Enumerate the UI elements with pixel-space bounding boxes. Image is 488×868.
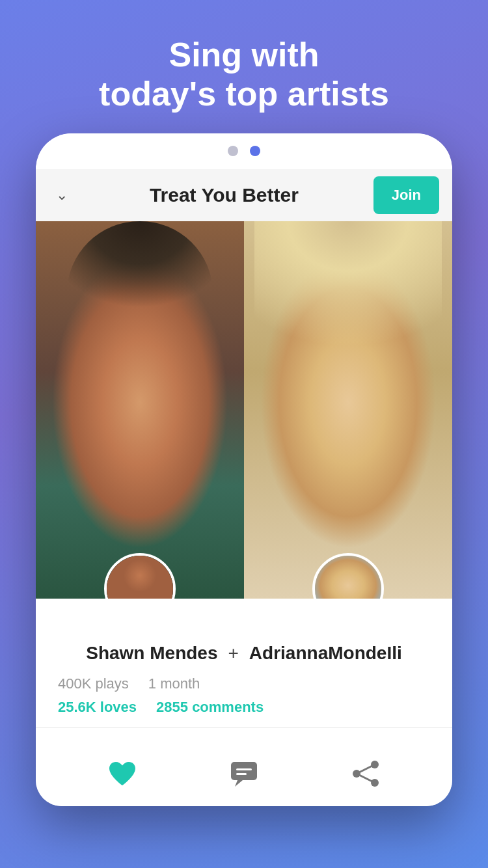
- right-avatar-image: [315, 556, 381, 599]
- left-avatar: [104, 553, 176, 599]
- right-video: [244, 221, 452, 599]
- bottom-nav: [36, 741, 452, 806]
- carousel-dot-1[interactable]: [228, 146, 238, 156]
- header-line2: today's top artists: [99, 75, 389, 113]
- carousel-dot-2[interactable]: [250, 146, 260, 156]
- divider: [36, 727, 452, 728]
- left-avatar-image: [107, 556, 173, 599]
- chevron-down-button[interactable]: ⌄: [49, 182, 75, 208]
- phone-wrapper: ⌄ Treat You Better Join: [0, 133, 488, 806]
- svg-marker-1: [235, 780, 243, 787]
- info-section: Shawn Mendes + AdriannaMondeIli 400K pla…: [36, 599, 452, 741]
- comments-button[interactable]: [221, 751, 267, 796]
- svg-rect-2: [236, 768, 252, 770]
- svg-rect-0: [231, 762, 257, 780]
- plus-separator: +: [228, 643, 239, 664]
- stats-row: 400K plays 1 month: [55, 675, 433, 692]
- header-line1: Sing with: [169, 36, 319, 74]
- time-stat: 1 month: [148, 675, 200, 692]
- phone-top: [36, 133, 452, 169]
- svg-line-8: [357, 774, 375, 783]
- right-avatar: [312, 553, 384, 599]
- comments-count[interactable]: 2855 comments: [156, 699, 264, 716]
- love-button[interactable]: [100, 751, 145, 796]
- artists-names-row: Shawn Mendes + AdriannaMondeIli: [55, 643, 433, 664]
- phone-mockup: ⌄ Treat You Better Join: [36, 133, 452, 806]
- engagement-row: 25.6K loves 2855 comments: [55, 699, 433, 716]
- right-face-visual: [244, 221, 452, 599]
- loves-count[interactable]: 25.6K loves: [58, 699, 137, 716]
- join-button[interactable]: Join: [373, 176, 439, 214]
- left-video: [36, 221, 244, 599]
- song-title: Treat You Better: [75, 184, 373, 206]
- svg-line-7: [357, 765, 375, 774]
- left-face-visual: [36, 221, 244, 599]
- share-button[interactable]: [343, 751, 388, 796]
- left-artist-name: Shawn Mendes: [86, 643, 217, 664]
- left-avatar-container: [104, 553, 176, 599]
- plays-stat: 400K plays: [58, 675, 129, 692]
- video-area: [36, 221, 452, 599]
- right-avatar-container: [312, 553, 384, 599]
- svg-rect-3: [236, 773, 247, 775]
- song-bar: ⌄ Treat You Better Join: [36, 169, 452, 221]
- right-artist-name: AdriannaMondeIli: [249, 643, 402, 664]
- header-section: Sing with today's top artists: [0, 0, 488, 133]
